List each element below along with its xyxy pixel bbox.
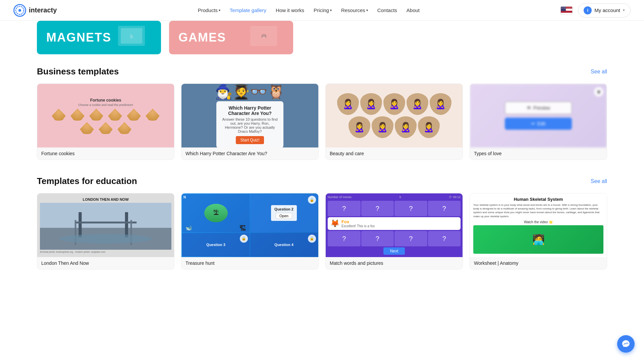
fortune-cookie-5: [125, 109, 143, 121]
fortune-card-title: Fortune cookies: [88, 95, 124, 103]
hp-overlay-title: Which Harry Potter Character Are You?: [222, 105, 278, 116]
banner-magnets[interactable]: MAGNETS 📄: [37, 21, 161, 54]
template-label-london: London Then And Now: [37, 257, 174, 269]
svg-point-1: [18, 9, 21, 12]
fox-emoji: 🦊: [330, 219, 339, 228]
svg-text:📄: 📄: [129, 34, 134, 39]
logo[interactable]: interacty: [13, 4, 57, 17]
banner-magnets-title: MAGNETS: [46, 31, 111, 45]
london-archive-text: Archival photo: londonphoto.org: [40, 251, 73, 253]
fortune-cookie-7: [78, 122, 96, 134]
my-account-icon: i: [584, 6, 592, 14]
svg-rect-9: [78, 212, 82, 237]
match-cell-4: ?: [428, 201, 461, 216]
template-card-harry-potter[interactable]: 🧙‍♂️🧑‍🎓👓🦉 Which Harry Potter Character A…: [181, 83, 319, 160]
match-next-button[interactable]: Next: [383, 247, 405, 255]
nav-pricing[interactable]: Pricing ▾: [314, 7, 332, 13]
face-4: 🙎‍♀️: [407, 93, 428, 115]
template-card-match-words[interactable]: Number of moves 5 ⏱ 00:12 ? ? ? ? 🦊: [325, 193, 463, 269]
template-card-fortune-cookies[interactable]: Fortune cookies Choose a cookie and read…: [37, 83, 174, 160]
products-chevron-icon: ▾: [219, 8, 220, 12]
education-templates-section: Templates for education See all LONDON T…: [0, 165, 644, 275]
match-cell-3: ?: [394, 201, 427, 216]
template-card-beauty-care[interactable]: 🙎‍♀️ 🙎‍♀️ 🙎‍♀️ 🙎‍♀️ 🙎‍♀️ 🙎‍♀️ 🙎‍♀️ 🙎‍♀️ …: [325, 83, 463, 160]
template-image-love: ♛ 👁 Preview ✏ Edit: [470, 84, 607, 147]
education-section-title: Templates for education: [37, 176, 137, 186]
top-banners-strip: MAGNETS 📄 GAMES 🎮: [0, 21, 644, 56]
match-info-bar: Number of moves 5 ⏱ 00:12: [328, 195, 461, 199]
fortune-cookie-8: [97, 122, 114, 134]
education-templates-grid: LONDON THEN AND NOW: [37, 193, 607, 269]
nav-links: Products ▾ Template gallery How it works…: [198, 7, 420, 13]
template-image-london: LONDON THEN AND NOW: [37, 193, 174, 257]
treasure-q1-cell: 🏝 N 🐋 🏗: [182, 194, 250, 232]
template-label-fortune-cookies: Fortune cookies: [37, 147, 174, 160]
template-image-anatomy: Human Skeletal System Your skeletal syst…: [470, 193, 607, 257]
banner-magnets-image: 📄: [111, 21, 152, 54]
fortune-cookie-2: [69, 109, 86, 121]
match-top-row: ? ? ? ?: [328, 201, 461, 216]
lock-icon-q4: 🔒: [308, 235, 316, 243]
business-see-all-link[interactable]: See all: [591, 69, 607, 75]
nav-products[interactable]: Products ▾: [198, 7, 220, 13]
banner-games[interactable]: GAMES 🎮: [169, 21, 293, 54]
business-section-header: Business templates See all: [37, 66, 607, 77]
fortune-card-sub: Choose a cookie and read the prediction!: [78, 103, 133, 107]
treasure-q3-cell: 🔒 Question 3: [182, 233, 250, 257]
logo-text: interacty: [29, 6, 57, 14]
nav-template-gallery[interactable]: Template gallery: [230, 7, 266, 13]
hp-start-quiz-button[interactable]: Start Quiz!: [236, 136, 264, 144]
match-cell-5: ?: [328, 231, 361, 246]
nav-resources[interactable]: Resources ▾: [341, 7, 368, 13]
template-card-treasure-hunt[interactable]: 🏝 N 🐋 🏗 🔒 Question 2 Open: [181, 193, 319, 269]
anatomy-watch-label: Watch the video 🌟: [473, 220, 603, 224]
anatomy-figure-emoji: 🧑‍💻: [532, 234, 545, 245]
pricing-chevron-icon: ▾: [330, 8, 332, 12]
match-timer: ⏱ 00:12: [449, 195, 461, 199]
business-templates-grid: Fortune cookies Choose a cookie and read…: [37, 83, 607, 160]
hp-characters-emoji: 🧙‍♂️🧑‍🎓👓🦉: [215, 84, 285, 100]
my-account-button[interactable]: i My account ▾: [578, 3, 631, 17]
face-9: 🙎‍♀️: [418, 116, 440, 138]
banner-games-title: GAMES: [178, 31, 226, 45]
language-flag[interactable]: ★★★★★★★★★★★★★★★★★★★★★★★★★★★★★★★★★★★★★★★★…: [560, 6, 573, 14]
match-cell-6: ?: [361, 231, 394, 246]
face-2: 🙎‍♀️: [360, 93, 382, 115]
hp-overlay-sub: Answer these 10 questions to find out, a…: [222, 117, 278, 133]
template-label-harry-potter: Which Harry Potter Character Are You?: [181, 147, 318, 160]
template-label-types-of-love: Types of love: [470, 147, 607, 160]
lock-icon-q3: 🔒: [240, 235, 248, 243]
template-image-hp: 🧙‍♂️🧑‍🎓👓🦉 Which Harry Potter Character A…: [181, 84, 318, 147]
hp-quiz-overlay: Which Harry Potter Character Are You? An…: [216, 101, 283, 148]
education-see-all-link[interactable]: See all: [591, 178, 607, 184]
business-section-title: Business templates: [37, 66, 119, 77]
template-card-types-of-love[interactable]: ♛ 👁 Preview ✏ Edit Types of love: [470, 83, 607, 160]
template-card-london[interactable]: LONDON THEN AND NOW: [37, 193, 174, 269]
template-card-anatomy[interactable]: Human Skeletal System Your skeletal syst…: [470, 193, 607, 269]
london-modern-text: modern photo: unsplash.com: [75, 251, 105, 253]
svg-rect-10: [125, 212, 128, 237]
my-account-chevron-icon: ▾: [623, 8, 625, 12]
nav-about[interactable]: About: [407, 7, 420, 13]
edit-button[interactable]: ✏ Edit: [505, 118, 572, 130]
london-photo: [40, 203, 171, 250]
face-3: 🙎‍♀️: [383, 93, 405, 115]
clock-icon: ⏱: [449, 195, 452, 199]
anatomy-video-thumbnail: 🧑‍💻: [473, 225, 603, 254]
treasure-q4-cell: 🔒 Question 4: [250, 233, 318, 257]
treasure-open-button[interactable]: Open: [276, 213, 292, 219]
nav-contacts[interactable]: Contacts: [377, 7, 397, 13]
beauty-faces-grid: 🙎‍♀️ 🙎‍♀️ 🙎‍♀️ 🙎‍♀️ 🙎‍♀️ 🙎‍♀️ 🙎‍♀️ 🙎‍♀️ …: [328, 90, 460, 141]
treasure-q2-cell: 🔒 Question 2 Open: [250, 194, 318, 232]
template-label-anatomy: Worksheet | Anatomy: [470, 257, 607, 269]
nav-how-it-works[interactable]: How it works: [276, 7, 304, 13]
banner-games-image: 🎮: [244, 21, 284, 54]
template-label-match-words: Match words and pictures: [326, 257, 463, 269]
fortune-cookie-3: [88, 109, 105, 121]
fortune-cookie-4: [106, 109, 124, 121]
pencil-icon: ✏: [531, 121, 535, 126]
face-7: 🙎‍♀️: [372, 116, 393, 138]
svg-text:🎮: 🎮: [261, 33, 267, 39]
template-label-beauty-care: Beauty and care: [326, 147, 463, 160]
preview-button[interactable]: 👁 Preview: [505, 102, 572, 114]
